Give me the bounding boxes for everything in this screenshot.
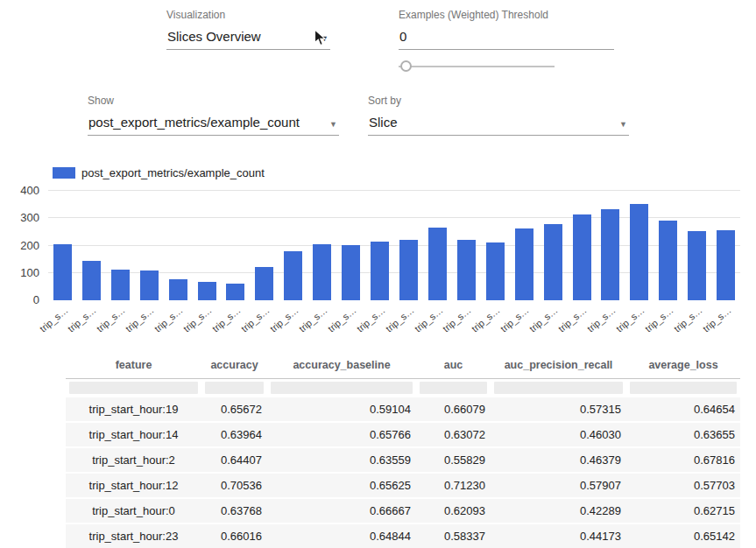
metric-cell: 0.44173 — [491, 523, 626, 548]
feature-cell: trip_start_hour:12 — [66, 473, 201, 498]
bar[interactable] — [601, 209, 619, 300]
bar-slot — [654, 191, 682, 300]
bar-slot — [222, 191, 251, 300]
metric-cell: 0.62715 — [626, 498, 740, 523]
column-header-average_loss[interactable]: average_loss — [626, 350, 740, 379]
table-body: trip_start_hour:190.656720.591040.660790… — [66, 397, 740, 548]
table-row: trip_start_hour:20.644070.635590.558290.… — [66, 447, 740, 473]
threshold-slider[interactable] — [399, 60, 555, 73]
bar-slot — [77, 191, 106, 300]
table-row: trip_start_hour:190.656720.591040.660790… — [66, 397, 740, 422]
filter-box-average_loss[interactable] — [630, 382, 737, 394]
bar[interactable] — [342, 245, 360, 300]
slices-overview-app: Visualization Slices Overview ▼ Examples… — [0, 0, 756, 548]
metric-cell: 0.57315 — [491, 397, 626, 422]
bar-slot — [597, 191, 625, 300]
legend-label: post_export_metrics/example_count — [81, 166, 265, 179]
metric-cell: 0.71230 — [416, 473, 491, 498]
mouse-cursor-icon — [314, 29, 327, 47]
bar[interactable] — [198, 282, 216, 300]
metric-cell: 0.66079 — [416, 397, 491, 422]
feature-cell: trip_start_hour:0 — [66, 498, 201, 523]
metric-cell: 0.64407 — [201, 447, 267, 473]
bar[interactable] — [255, 267, 273, 300]
table-header-row: featureaccuracyaccuracy_baselineaucauc_p… — [66, 350, 740, 379]
bar[interactable] — [544, 224, 562, 300]
visualization-control: Visualization Slices Overview ▼ — [166, 9, 330, 50]
filter-box-accuracy[interactable] — [205, 382, 264, 394]
bar[interactable] — [717, 230, 735, 300]
metric-cell: 0.63559 — [267, 447, 416, 473]
threshold-input[interactable]: 0 — [399, 27, 614, 50]
bar-slot — [452, 191, 481, 300]
filter-box-auc[interactable] — [420, 382, 487, 394]
visualization-label: Visualization — [166, 9, 330, 21]
threshold-label: Examples (Weighted) Threshold — [399, 9, 614, 21]
bar[interactable] — [457, 240, 476, 300]
bar-slot — [336, 191, 365, 300]
bar[interactable] — [515, 228, 533, 300]
sort-by-select[interactable]: Slice ▼ — [368, 113, 629, 136]
metric-cell: 0.57907 — [491, 473, 626, 498]
chart-plot — [48, 191, 740, 300]
table-row: trip_start_hour:120.705360.656250.712300… — [66, 473, 740, 498]
bar-series — [48, 191, 740, 300]
bar-slot — [135, 191, 164, 300]
column-header-accuracy_baseline[interactable]: accuracy_baseline — [267, 350, 416, 379]
bar[interactable] — [688, 231, 706, 300]
column-header-feature[interactable]: feature — [66, 350, 201, 379]
show-select[interactable]: post_export_metrics/example_count ▼ — [88, 113, 339, 136]
metric-cell: 0.66016 — [201, 523, 267, 548]
show-label: Show — [88, 95, 339, 107]
bar[interactable] — [284, 251, 302, 300]
metric-cell: 0.46379 — [491, 447, 626, 473]
bar[interactable] — [226, 284, 244, 300]
bar[interactable] — [53, 244, 72, 300]
filter-box-feature[interactable] — [69, 382, 198, 394]
bar-slot — [250, 191, 279, 300]
x-axis-labels: trip_s…trip_s…trip_s…trip_s…trip_s…trip_… — [48, 300, 740, 340]
metric-cell: 0.66667 — [267, 498, 416, 523]
bar[interactable] — [659, 221, 677, 300]
bar-slot — [193, 191, 222, 300]
dropdown-caret-icon: ▼ — [329, 121, 337, 129]
metric-cell: 0.65625 — [267, 473, 416, 498]
bar[interactable] — [399, 240, 418, 300]
threshold-control: Examples (Weighted) Threshold 0 — [399, 9, 614, 50]
y-axis-tick-label: 400 — [0, 184, 39, 198]
slider-track — [399, 66, 555, 67]
threshold-value: 0 — [399, 29, 406, 44]
bar-slot — [164, 191, 193, 300]
visualization-select[interactable]: Slices Overview ▼ — [166, 27, 330, 50]
column-header-auc_precision_recall[interactable]: auc_precision_recall — [491, 350, 626, 379]
show-control: Show post_export_metrics/example_count ▼ — [88, 95, 339, 136]
column-header-auc[interactable]: auc — [416, 350, 491, 379]
bar-slot — [568, 191, 597, 300]
feature-cell: trip_start_hour:23 — [66, 523, 201, 548]
bar[interactable] — [630, 204, 648, 300]
filter-box-auc_precision_recall[interactable] — [494, 382, 623, 394]
metric-cell: 0.63768 — [201, 498, 267, 523]
bar[interactable] — [82, 261, 101, 300]
y-axis-tick-label: 200 — [0, 239, 39, 253]
bar[interactable] — [140, 270, 159, 300]
chart-legend: post_export_metrics/example_count — [53, 166, 265, 179]
bar[interactable] — [111, 270, 130, 300]
bar-slot — [279, 191, 307, 300]
bar-slot — [365, 191, 394, 300]
bar-slot — [394, 191, 423, 300]
bar[interactable] — [371, 242, 389, 300]
bar[interactable] — [169, 279, 187, 300]
column-header-accuracy[interactable]: accuracy — [201, 350, 267, 379]
filter-box-accuracy_baseline[interactable] — [271, 382, 413, 394]
metric-cell: 0.42289 — [491, 498, 626, 523]
bar[interactable] — [573, 214, 591, 300]
bar[interactable] — [428, 228, 447, 300]
bar[interactable] — [486, 242, 505, 300]
sort-by-label: Sort by — [368, 95, 629, 107]
bar-chart: post_export_metrics/example_count 010020… — [0, 163, 756, 348]
bar[interactable] — [313, 244, 331, 300]
slider-handle[interactable] — [400, 60, 412, 72]
y-axis: 0100200300400 — [0, 191, 39, 300]
metric-cell: 0.65672 — [201, 397, 267, 422]
